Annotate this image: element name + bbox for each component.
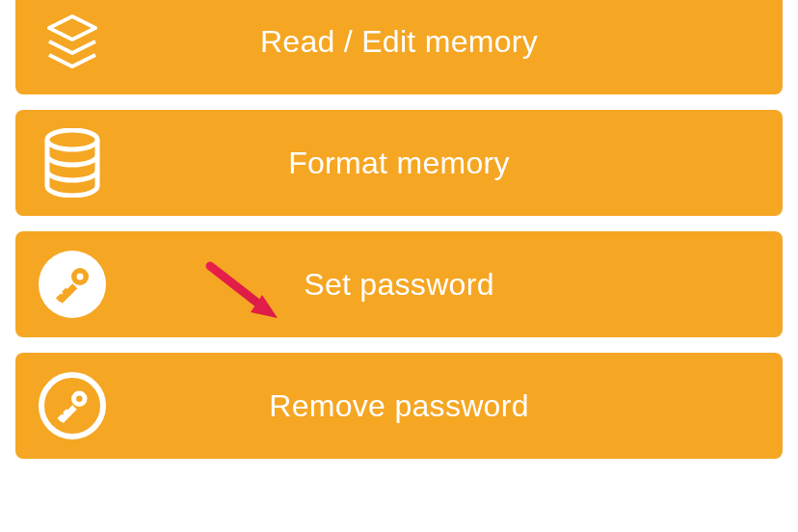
menu-item-read-edit-memory[interactable]: Read / Edit memory [15,0,783,94]
svg-marker-1 [49,16,95,40]
svg-point-9 [76,396,82,402]
layers-icon [39,8,106,75]
menu-item-format-memory[interactable]: Format memory [15,110,783,216]
menu-item-remove-password[interactable]: Remove password [15,353,783,459]
key-icon [39,251,106,318]
menu-item-label: Read / Edit memory [106,24,759,60]
menu-item-set-password[interactable]: Set password [15,231,783,337]
menu-item-label: Remove password [106,388,759,424]
svg-point-2 [47,130,97,149]
menu-list: Read / Edit memory Format memory [0,0,798,459]
svg-point-4 [77,274,84,280]
menu-item-label: Set password [106,267,759,303]
database-icon [39,129,106,197]
key-outline-icon [39,372,106,439]
menu-item-label: Format memory [106,146,759,181]
